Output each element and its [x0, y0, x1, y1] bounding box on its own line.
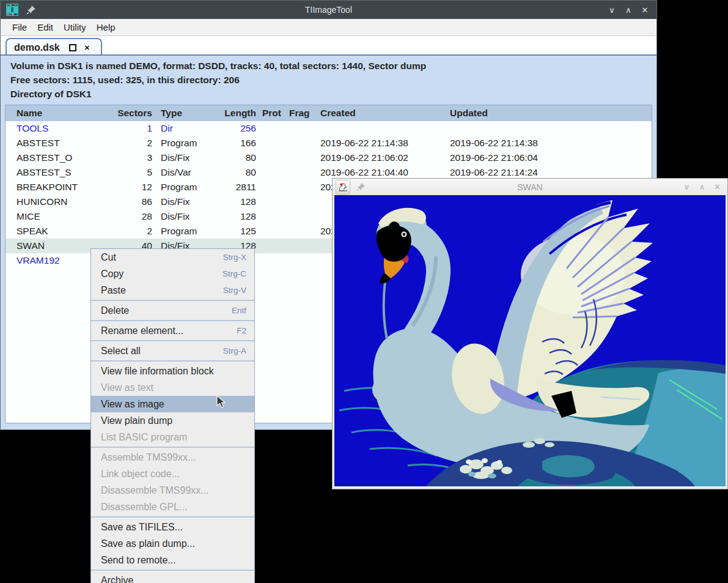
menu-item-disassemble-tms99xx: Disassemble TMS99xx... — [91, 482, 254, 499]
menu-separator — [91, 516, 254, 518]
close-button[interactable]: ✕ — [641, 6, 649, 15]
menu-item-copy[interactable]: CopyStrg-C — [91, 266, 254, 282]
cell-sectors: 1 — [97, 121, 152, 136]
cell-sectors: 5 — [97, 165, 152, 180]
swan-image — [334, 195, 726, 486]
menu-item-view-as-image[interactable]: View as image — [91, 396, 254, 412]
menu-item-delete[interactable]: DeleteEntf — [91, 302, 254, 319]
menu-separator — [91, 320, 254, 321]
cell-sectors: 28 — [97, 209, 152, 224]
cell-sectors: 86 — [97, 195, 152, 209]
menu-item-save-as-plain-dump[interactable]: Save as plain dump... — [91, 535, 254, 552]
cell-type: Program — [161, 224, 215, 239]
maximize-button[interactable]: ∧ — [624, 6, 633, 15]
menu-item-label: Delete — [101, 305, 129, 316]
menubar-item-help[interactable]: Help — [92, 21, 120, 34]
cell-type: Program — [161, 180, 215, 195]
menu-separator — [91, 340, 254, 341]
column-header-length[interactable]: Length — [207, 105, 256, 121]
menu-item-view-file-information-block[interactable]: View file information block — [91, 363, 254, 379]
cell-created: 2019-06-22 21:06:02 — [320, 150, 446, 165]
close-button[interactable]: ✕ — [713, 182, 721, 191]
menu-item-label: Select all — [101, 346, 141, 356]
column-header-updated[interactable]: Updated — [450, 105, 575, 121]
menu-item-shortcut: Strg-X — [223, 249, 246, 266]
table-row-abstest-o[interactable]: ABSTEST_O3Dis/Fix802019-06-22 21:06:0220… — [6, 150, 652, 165]
cell-length: 80 — [207, 150, 256, 165]
swan-titlebar[interactable]: SWAN ∨∧✕ — [333, 179, 727, 196]
cell-length: 128 — [207, 209, 256, 224]
menu-separator — [91, 447, 254, 448]
column-header-type[interactable]: Type — [161, 105, 215, 121]
context-menu: CutStrg-XCopyStrg-CPasteStrg-VDeleteEntf… — [90, 248, 255, 583]
table-row-tools[interactable]: TOOLS1Dir256 — [6, 121, 652, 136]
column-header-name[interactable]: Name — [17, 105, 96, 121]
swan-window-title: SWAN — [333, 182, 727, 192]
menu-separator — [91, 300, 254, 301]
volume-info-line: Directory of DSK1 — [10, 87, 426, 101]
menu-item-disassemble-gpl: Disassemble GPL... — [91, 499, 254, 515]
cell-sectors: 3 — [97, 150, 152, 165]
main-titlebar[interactable]: TIImageTool ∨∧✕ — [1, 1, 656, 19]
menubar-item-file[interactable]: File — [8, 21, 31, 34]
cell-type: Program — [161, 136, 215, 150]
cell-length: 166 — [207, 136, 256, 150]
menu-item-shortcut: Strg-C — [222, 266, 246, 282]
menubar-item-edit[interactable]: Edit — [33, 21, 57, 34]
menu-item-shortcut: Entf — [232, 302, 246, 319]
menu-item-label: Link object code... — [101, 469, 180, 479]
menu-item-label: Archive — [101, 575, 133, 583]
menu-item-shortcut: F2 — [237, 322, 246, 339]
detach-tab-icon[interactable] — [69, 44, 76, 51]
column-header-created[interactable]: Created — [320, 105, 446, 121]
table-header: NameSectorsTypeLengthProtFragCreatedUpda… — [6, 105, 652, 121]
cell-length: 128 — [207, 195, 256, 209]
cell-name: SWAN — [17, 239, 96, 253]
cell-updated: 2019-06-22 21:06:04 — [450, 150, 575, 165]
column-header-sectors[interactable]: Sectors — [97, 105, 152, 121]
menu-item-label: Disassemble TMS99xx... — [101, 485, 209, 496]
shade-button[interactable]: ∨ — [683, 182, 691, 191]
menu-item-view-plain-dump[interactable]: View plain dump — [91, 412, 254, 429]
cell-length: 256 — [207, 121, 256, 136]
menu-item-select-all[interactable]: Select allStrg-A — [91, 343, 254, 359]
menu-item-label: Send to remote... — [101, 555, 176, 565]
cell-sectors: 12 — [97, 180, 152, 195]
menubar-item-utility[interactable]: Utility — [59, 21, 90, 34]
menu-item-assemble-tms99xx: Assemble TMS99xx... — [91, 449, 254, 466]
menu-item-paste[interactable]: PasteStrg-V — [91, 282, 254, 299]
menu-item-send-to-remote[interactable]: Send to remote... — [91, 552, 254, 568]
cell-type: Dis/Fix — [161, 195, 215, 209]
cell-created: 2019-06-22 21:14:38 — [320, 136, 446, 150]
swan-window: SWAN ∨∧✕ — [332, 178, 728, 489]
cell-type: Dis/Fix — [161, 209, 215, 224]
menu-item-label: Rename element... — [101, 325, 183, 336]
menu-item-rename-element[interactable]: Rename element...F2 — [91, 322, 254, 339]
menu-item-label: Save as plain dump... — [101, 538, 195, 549]
column-header-prot[interactable]: Prot — [262, 105, 287, 121]
cell-type: Dis/Fix — [161, 150, 215, 165]
shade-button[interactable]: ∨ — [608, 6, 616, 15]
menu-item-label: Cut — [101, 252, 116, 262]
tab-demo-dsk[interactable]: demo.dsk ✕ — [6, 38, 102, 56]
tab-label: demo.dsk — [14, 42, 60, 53]
maximize-button[interactable]: ∧ — [698, 182, 706, 191]
cell-name: TOOLS — [17, 121, 96, 136]
table-row-abstest[interactable]: ABSTEST2Program1662019-06-22 21:14:38201… — [6, 136, 652, 150]
menu-item-label: View plain dump — [101, 415, 172, 426]
swan-window-controls: ∨∧✕ — [683, 179, 721, 195]
menu-item-save-as-tifiles[interactable]: Save as TIFILES... — [91, 519, 254, 535]
cell-name: SPEAK — [17, 224, 96, 239]
menu-item-cut[interactable]: CutStrg-X — [91, 249, 254, 266]
column-header-frag[interactable]: Frag — [289, 105, 315, 121]
cell-type: Dir — [161, 121, 215, 136]
cell-name: BREAKPOINT — [17, 180, 96, 195]
volume-info: Volume in DSK1 is named DEMO, format: DS… — [10, 59, 426, 101]
cell-sectors: 2 — [97, 224, 152, 239]
menu-item-label: List BASIC program — [101, 432, 187, 442]
menu-item-archive[interactable]: Archive — [91, 572, 254, 583]
menu-item-link-object-code: Link object code... — [91, 466, 254, 482]
desktop: TIImageTool ∨∧✕ FileEditUtilityHelp demo… — [0, 0, 728, 583]
volume-info-line: Free sectors: 1115, used: 325, in this d… — [10, 73, 426, 87]
close-tab-icon[interactable]: ✕ — [84, 44, 90, 52]
